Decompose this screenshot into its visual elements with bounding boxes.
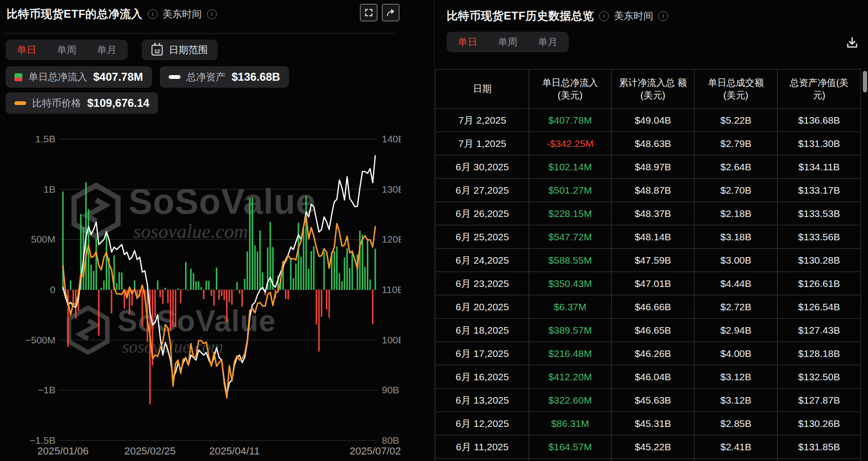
fullscreen-icon	[364, 8, 373, 17]
legend-item-net-inflow[interactable]: 单日总净流入 $407.78M	[6, 66, 152, 88]
date-cell: 6月 13,2025	[436, 389, 529, 412]
net-assets-cell: $134.11B	[778, 155, 861, 179]
table-row[interactable]: 6月 18,2025$389.57M$46.65B$2.94B$127.43B	[436, 319, 861, 342]
cumulative-cell: $48.63B	[612, 132, 695, 155]
net-assets-cell: $127.87B	[778, 389, 861, 412]
net-assets-cell: $132.50B	[778, 365, 861, 389]
date-range-button[interactable]: 12 日期范围	[142, 40, 218, 60]
net-inflow-cell: $547.72M	[529, 225, 612, 249]
table-title: 比特币现货ETF历史数据总览	[447, 8, 594, 23]
table-row[interactable]: 6月 26,2025$228.15M$48.37B$2.18B$133.53B	[436, 202, 861, 225]
tab-monthly[interactable]: 单月	[97, 43, 117, 56]
date-cell: 6月 11,2025	[436, 435, 529, 459]
net-inflow-cell: $501.27M	[529, 179, 612, 202]
orange-line-swatch-icon	[14, 101, 26, 105]
table-row[interactable]: 6月 12,2025$86.31M$45.31B$2.85B$130.26B	[436, 412, 861, 435]
tab-weekly[interactable]: 单周	[57, 43, 76, 56]
net-inflow-cell: $322.60M	[529, 389, 612, 412]
table-row[interactable]: 6月 24,2025$588.55M$47.59B$3.00B$130.28B	[436, 249, 861, 272]
column-header: 累计净流入总 额(美元)	[612, 70, 695, 109]
table-row[interactable]: 6月 13,2025$322.60M$45.63B$3.12B$127.87B	[436, 389, 861, 412]
table-row[interactable]: 6月 20,2025$6.37M$46.66B$2.72B$126.54B	[436, 295, 861, 319]
cumulative-cell: $45.22B	[612, 435, 695, 459]
net-assets-cell: $127.43B	[778, 319, 861, 342]
download-button[interactable]	[843, 34, 861, 52]
chart-actions	[360, 4, 400, 21]
date-cell: 6月 27,2025	[436, 179, 529, 202]
volume-cell: $4.44B	[695, 272, 778, 295]
period-tabs: 单日 单周 单月	[6, 40, 128, 60]
table-row[interactable]: 6月 17,2025$216.48M$46.26B$4.00B$128.18B	[436, 342, 861, 365]
cumulative-cell: $48.87B	[612, 179, 695, 202]
net-inflow-cell: -$342.25M	[529, 132, 612, 155]
share-button[interactable]	[382, 4, 400, 21]
history-table-panel: 比特币现货ETF历史数据总览 i 美东时间 i 单日 单周 单月 SoSoVal…	[434, 0, 868, 461]
net-inflow-cell: $86.31M	[529, 412, 612, 435]
net-assets-cell: $131.85B	[778, 435, 861, 459]
net-assets-cell: $131.30B	[778, 132, 861, 155]
date-cell: 6月 23,2025	[436, 272, 529, 295]
history-table-container[interactable]: 日期单日总净流入 (美元)累计净流入总 额(美元)单日总成交额 (美元)总资产净…	[435, 69, 862, 461]
volume-cell: $2.72B	[695, 295, 778, 319]
share-icon	[386, 8, 395, 17]
table-row[interactable]: 6月 27,2025$501.27M$48.87B$2.70B$133.17B	[436, 179, 861, 202]
legend-item-net-assets[interactable]: 总净资产 $136.68B	[160, 66, 289, 88]
date-cell: 6月 25,2025	[436, 225, 529, 249]
table-row[interactable]: 7月 1,2025-$342.25M$48.63B$2.79B$131.30B	[436, 132, 861, 155]
net-assets-cell: $130.26B	[778, 412, 861, 435]
legend-item-btc-price[interactable]: 比特币价格 $109,676.14	[6, 92, 158, 114]
fullscreen-button[interactable]	[360, 4, 378, 21]
table-row[interactable]: 6月 11,2025$164.57M$45.22B$2.41B$131.85B	[436, 435, 861, 459]
table-row[interactable]: 6月 23,2025$350.43M$47.01B$4.44B$126.61B	[436, 272, 861, 295]
tab-monthly[interactable]: 单月	[538, 35, 558, 49]
volume-cell: $2.70B	[695, 179, 778, 202]
column-header: 日期	[436, 70, 529, 109]
volume-cell: $5.22B	[695, 109, 778, 132]
volume-cell: $2.64B	[695, 155, 778, 179]
table-row[interactable]: 6月 30,2025$102.14M$48.97B$2.64B$134.11B	[436, 155, 861, 179]
bar-swatch-icon	[14, 73, 22, 81]
cumulative-cell: $46.26B	[612, 342, 695, 365]
date-cell: 6月 26,2025	[436, 202, 529, 225]
info-icon[interactable]: i	[207, 9, 217, 19]
cumulative-cell: $47.01B	[612, 272, 695, 295]
net-assets-cell: $133.56B	[778, 225, 861, 249]
inflow-chart-panel: 比特币现货ETF的总净流入 i 美东时间 i 单日 单周	[0, 0, 434, 461]
net-assets-cell: $130.28B	[778, 249, 861, 272]
tab-daily[interactable]: 单日	[17, 43, 36, 56]
net-inflow-cell: $102.14M	[529, 155, 612, 179]
volume-cell: $2.18B	[695, 202, 778, 225]
cumulative-cell: $48.37B	[612, 202, 695, 225]
cumulative-cell: $47.59B	[612, 249, 695, 272]
cumulative-cell: $46.66B	[612, 295, 695, 319]
left-panel-header: 比特币现货ETF的总净流入 i 美东时间 i	[7, 7, 217, 21]
date-cell: 6月 17,2025	[436, 342, 529, 365]
tab-weekly[interactable]: 单周	[498, 35, 517, 49]
cumulative-cell: $46.65B	[612, 319, 695, 342]
calendar-icon: 12	[152, 45, 163, 56]
date-cell: 6月 16,2025	[436, 365, 529, 389]
table-row[interactable]: 6月 16,2025$412.20M$46.04B$3.12B$132.50B	[436, 365, 861, 389]
chart-controls: 单日 单周 单月 12 日期范围	[6, 40, 218, 60]
info-icon[interactable]: i	[658, 11, 668, 21]
net-inflow-cell: $228.15M	[529, 202, 612, 225]
volume-cell: $3.18B	[695, 225, 778, 249]
column-header: 单日总净流入 (美元)	[529, 70, 612, 109]
table-scrollbar[interactable]	[863, 71, 867, 92]
cumulative-cell: $48.14B	[612, 225, 695, 249]
net-assets-cell: $136.68B	[778, 109, 861, 132]
volume-cell: $2.41B	[695, 435, 778, 459]
etf-flow-chart[interactable]: 1.5B140B1B130B500M120B0110B−500M100B−1B9…	[19, 129, 401, 458]
net-assets-cell: $126.61B	[778, 272, 861, 295]
tab-daily[interactable]: 单日	[458, 35, 477, 49]
net-inflow-cell: $164.57M	[529, 435, 612, 459]
table-row[interactable]: 6月 25,2025$547.72M$48.14B$3.18B$133.56B	[436, 225, 861, 249]
info-icon[interactable]: i	[148, 9, 158, 19]
cumulative-cell: $45.63B	[612, 389, 695, 412]
info-icon[interactable]: i	[599, 11, 609, 21]
white-line-swatch-icon	[169, 75, 180, 79]
table-row	[436, 459, 861, 461]
table-row[interactable]: 7月 2,2025$407.78M$49.04B$5.22B$136.68B	[436, 109, 861, 132]
cumulative-cell: $48.97B	[612, 155, 695, 179]
date-cell: 7月 2,2025	[436, 109, 529, 132]
